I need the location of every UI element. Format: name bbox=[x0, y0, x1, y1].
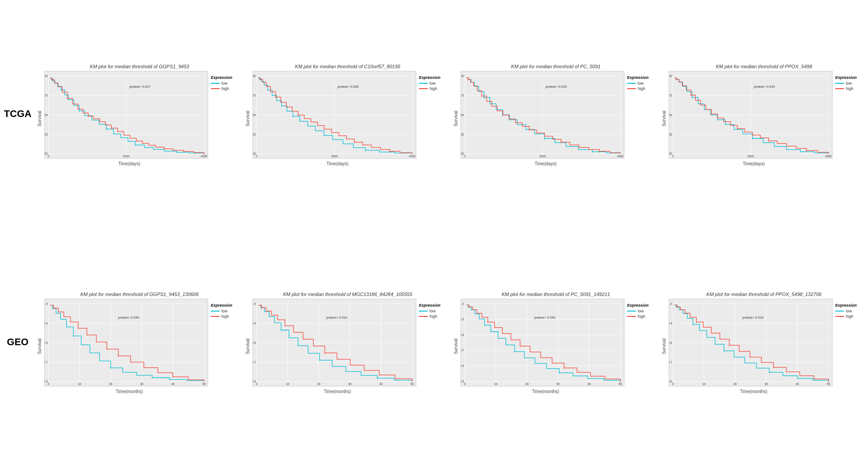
chart-wrapper: 0.60.70.80.91.001020304050pvalue= 0.049 bbox=[44, 299, 208, 386]
svg-text:4000: 4000 bbox=[617, 155, 624, 158]
svg-text:0.75: 0.75 bbox=[669, 94, 672, 97]
svg-text:30: 30 bbox=[764, 382, 768, 386]
plot-0-3: KM plot for median threshold of PPOX_549… bbox=[660, 60, 868, 168]
svg-text:1.00: 1.00 bbox=[45, 74, 48, 77]
x-axis-area: Time(days) bbox=[50, 160, 208, 166]
legend-label-high: high bbox=[221, 314, 229, 319]
legend-title: Expression bbox=[835, 303, 866, 308]
plot-title: KM plot for median threshold of PPOX_549… bbox=[716, 64, 812, 69]
plot-title: KM plot for median threshold of PC_5091 bbox=[511, 64, 601, 69]
plots-row: KM plot for median threshold of GGPS1_94… bbox=[35, 60, 868, 168]
plot-area: Survival0.60.70.80.91.001020304050pvalue… bbox=[245, 299, 450, 394]
chart-legend-wrapper: 0.000.250.500.751.00020004000pvalue= 0.0… bbox=[669, 71, 866, 166]
plot-title: KM plot for median threshold of PPOX_549… bbox=[706, 292, 822, 297]
legend-box: Expressionlowhigh bbox=[627, 299, 658, 386]
legend-item-low: low bbox=[835, 309, 866, 313]
y-axis-label: Survival bbox=[37, 71, 43, 166]
legend-item-high: high bbox=[419, 314, 450, 319]
svg-text:1.00: 1.00 bbox=[669, 74, 672, 77]
svg-text:2000: 2000 bbox=[539, 155, 546, 158]
legend-title: Expression bbox=[211, 303, 242, 308]
svg-text:0.75: 0.75 bbox=[253, 94, 256, 97]
x-axis-area: Time(months) bbox=[259, 388, 416, 394]
chart-legend-wrapper: 0.000.250.500.751.00020004000pvalue= 0.0… bbox=[44, 71, 242, 166]
legend-item-high: high bbox=[419, 86, 450, 91]
chart-legend-wrapper: 0.60.70.80.91.001020304050pvalue= 0.049E… bbox=[44, 299, 242, 394]
main-container: TCGAKM plot for median threshold of GGPS… bbox=[0, 0, 868, 456]
svg-text:1.00: 1.00 bbox=[461, 74, 464, 77]
plot-0-2: KM plot for median threshold of PC_5091S… bbox=[452, 60, 660, 168]
plot-title: KM plot for median threshold of C10orf57… bbox=[295, 64, 400, 69]
chart-legend-wrapper: 0.60.70.80.91.001020304050pvalue= 0.014E… bbox=[252, 299, 450, 394]
svg-text:30: 30 bbox=[140, 382, 143, 386]
plot-area: Survival0.000.250.500.751.00020004000pva… bbox=[37, 71, 242, 166]
chart-wrapper: 0.50.60.70.80.91.001020304050pvalue= 0.0… bbox=[461, 299, 624, 386]
svg-text:1.00: 1.00 bbox=[253, 74, 256, 77]
legend-item-high: high bbox=[835, 314, 866, 319]
svg-text:2000: 2000 bbox=[748, 155, 754, 158]
plot-area: Survival0.000.250.500.751.00020004000pva… bbox=[662, 71, 866, 166]
legend-label-low: low bbox=[430, 309, 436, 313]
svg-text:0: 0 bbox=[672, 155, 674, 158]
plot-title: KM plot for median threshold of GGPS1_94… bbox=[80, 292, 198, 297]
svg-text:pvalue= 0.016: pvalue= 0.016 bbox=[743, 316, 763, 320]
svg-text:0.8: 0.8 bbox=[461, 333, 464, 336]
legend-label-high: high bbox=[638, 86, 645, 91]
svg-text:0: 0 bbox=[256, 155, 257, 158]
chart-legend-wrapper: 0.50.60.70.80.91.001020304050pvalue= 0.0… bbox=[461, 299, 658, 394]
legend-label-high: high bbox=[430, 314, 437, 319]
svg-text:pvalue= 0.043: pvalue= 0.043 bbox=[535, 316, 555, 320]
svg-text:40: 40 bbox=[380, 382, 383, 386]
legend-box: Expressionlowhigh bbox=[419, 299, 450, 386]
legend-label-high: high bbox=[221, 86, 229, 91]
legend-label-low: low bbox=[221, 81, 228, 86]
svg-text:2000: 2000 bbox=[123, 155, 130, 158]
svg-text:0: 0 bbox=[47, 155, 49, 158]
svg-text:50: 50 bbox=[619, 382, 622, 386]
svg-text:20: 20 bbox=[109, 382, 112, 386]
legend-label-high: high bbox=[846, 314, 853, 319]
svg-text:0: 0 bbox=[672, 382, 674, 386]
legend-title: Expression bbox=[627, 303, 658, 308]
legend-item-high: high bbox=[211, 314, 242, 319]
legend-label-low: low bbox=[846, 309, 852, 313]
svg-text:0.9: 0.9 bbox=[45, 322, 48, 325]
x-axis-label: Time(months) bbox=[116, 389, 143, 394]
x-axis-label: Time(months) bbox=[324, 389, 351, 394]
svg-text:0.25: 0.25 bbox=[45, 133, 48, 136]
y-axis-label: Survival bbox=[662, 299, 668, 394]
legend-item-high: high bbox=[211, 86, 242, 91]
legend-item-low: low bbox=[211, 81, 242, 86]
plot-title: KM plot for median threshold of PC_5091_… bbox=[502, 292, 610, 297]
svg-text:20: 20 bbox=[733, 382, 737, 386]
svg-text:40: 40 bbox=[588, 382, 591, 386]
legend-item-high: high bbox=[835, 86, 866, 91]
x-axis-area: Time(days) bbox=[675, 160, 833, 166]
plot-area: Survival0.000.250.500.751.00020004000pva… bbox=[453, 71, 658, 166]
svg-text:30: 30 bbox=[556, 382, 560, 386]
svg-text:pvalue= 0.049: pvalue= 0.049 bbox=[118, 316, 139, 320]
x-axis-label: Time(days) bbox=[535, 161, 557, 166]
svg-text:0.7: 0.7 bbox=[461, 349, 464, 352]
plot-1-0: KM plot for median threshold of GGPS1_94… bbox=[35, 288, 244, 396]
legend-label-high: high bbox=[846, 86, 853, 91]
legend-label-high: high bbox=[638, 314, 645, 319]
svg-text:pvalue= 0.014: pvalue= 0.014 bbox=[326, 316, 347, 320]
svg-text:0.7: 0.7 bbox=[253, 361, 256, 364]
svg-text:pvalue= 0.033: pvalue= 0.033 bbox=[546, 84, 566, 88]
svg-text:4000: 4000 bbox=[409, 155, 415, 158]
svg-text:pvalue= 0.009: pvalue= 0.009 bbox=[337, 84, 358, 88]
y-axis-label: Survival bbox=[662, 71, 668, 166]
row-tcga: TCGAKM plot for median threshold of GGPS… bbox=[0, 0, 868, 228]
plot-title: KM plot for median threshold of GGPS1_94… bbox=[90, 64, 189, 69]
legend-item-low: low bbox=[627, 81, 658, 86]
chart-legend-wrapper: 0.000.250.500.751.00020004000pvalue= 0.0… bbox=[461, 71, 658, 166]
chart-legend-wrapper: 0.000.250.500.751.00020004000pvalue= 0.0… bbox=[252, 71, 450, 166]
svg-text:0.50: 0.50 bbox=[669, 113, 672, 116]
svg-text:20: 20 bbox=[317, 382, 321, 386]
svg-text:2000: 2000 bbox=[331, 155, 338, 158]
svg-text:0: 0 bbox=[464, 382, 465, 386]
x-axis-area: Time(days) bbox=[467, 160, 624, 166]
plot-1-1: KM plot for median threshold of MGC13186… bbox=[244, 288, 452, 396]
x-axis-label: Time(days) bbox=[326, 161, 349, 166]
